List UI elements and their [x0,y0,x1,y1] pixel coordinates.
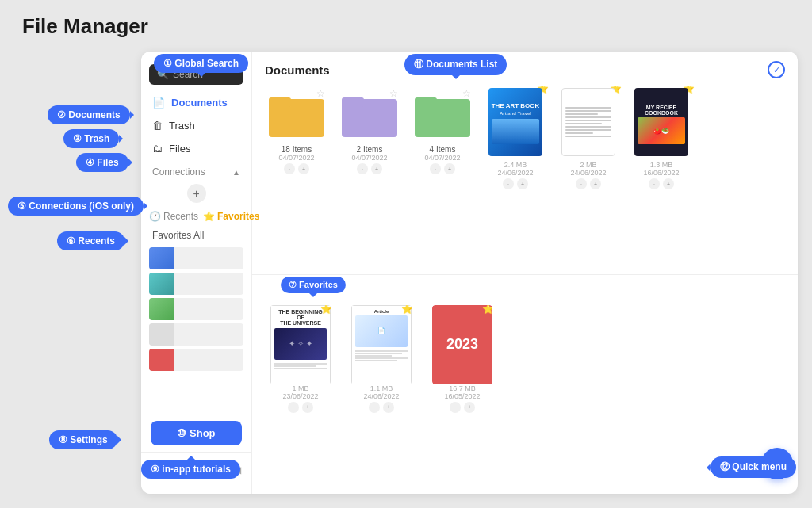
file-thumb-art-book: ⭐ THE ART BOOK Art and Travel [485,86,546,158]
file-action-plus-2[interactable]: + [371,163,382,174]
file-date-recipe: 16/06/2022 [643,169,679,177]
callout-connections: ⑤ Connections (iOS only) [8,197,144,216]
file-date-doc: 24/06/2022 [570,169,606,177]
fav-size-article: 1.1 MB [370,384,393,392]
folder-item-2[interactable]: ☆ 2 Items 04/07/2022 · + [338,86,401,189]
fav-item-2023[interactable]: ⭐ 2023 16.7 MB 16/05/2022 · + [427,305,498,413]
documents-check-button[interactable]: ✓ [768,61,785,78]
file-item-document[interactable]: ⭐ 2 MB 24/06/2022 [557,86,620,189]
file-action-plus-recipe[interactable]: + [663,178,674,189]
fav-item-universe[interactable]: ⭐ THE BEGINNING OFTHE UNIVERSE ✦ ✧ ✦ [265,305,336,413]
folder-thumb-3: ☆ [412,86,473,142]
folder-item-3[interactable]: ☆ 4 Items 04/07/2022 · + [411,86,474,189]
fav-actions-universe: · + [288,402,313,413]
callout-favorites-inline: ⑦ Favorites [281,277,346,293]
recent-thumb-3 [149,298,174,320]
red-2023-cover: 2023 [432,305,492,384]
book-art-cover: THE ART BOOK Art and Travel [488,88,542,156]
fav-thumb-article: ⭐ Article 📄 [351,305,412,384]
fav-meta-article: 1.1 MB 24/06/2022 [363,384,399,400]
callout-files: ④ Files [76,153,128,172]
file-actions-doc: · + [576,178,601,189]
file-name-3: 4 Items [412,145,473,154]
file-thumb-document: ⭐ [558,86,619,158]
fav-star-article: ⭐ [401,305,412,315]
universe-img: ✦ ✧ ✦ [274,328,327,360]
content-area: Documents ✓ ☆ 18 Items 04/07/2022 [252,52,798,494]
add-connection-button[interactable]: + [187,184,206,203]
file-action-dot-recipe[interactable]: · [649,178,660,189]
file-size-art: 2.4 MB [504,161,527,169]
fav-item-article[interactable]: ⭐ Article 📄 [346,305,417,413]
sidebar-item-files[interactable]: 🗂 Files [141,137,251,160]
star-empty-1: ☆ [316,88,325,99]
recent-item-5[interactable] [149,349,243,371]
file-actions-2: · + [357,163,382,174]
file-name-2: 2 Items [339,145,400,154]
sidebar-item-trash[interactable]: 🗑 Trash [141,114,251,137]
recent-thumb-1 [149,247,174,269]
page-title: File Manager [22,14,148,39]
file-meta-doc: 2 MB 24/06/2022 [570,161,606,177]
folder-item-1[interactable]: ☆ 18 Items 04/07/2022 · + [265,86,328,189]
file-actions-recipe: · + [649,178,674,189]
file-date-2: 04/07/2022 [351,154,387,162]
favorites-file-grid: ⭐ THE BEGINNING OFTHE UNIVERSE ✦ ✧ ✦ [265,305,785,413]
sidebar-item-documents[interactable]: 📄 Documents [141,91,251,114]
favorites-tab[interactable]: ⭐ Favorites [203,211,259,222]
file-meta-art: 2.4 MB 24/06/2022 [497,161,533,177]
file-action-dot-3[interactable]: · [430,163,441,174]
file-name-1: 18 Items [266,145,327,154]
recent-item-1[interactable] [149,247,243,269]
file-size-recipe: 1.3 MB [650,161,673,169]
file-action-dot-doc[interactable]: · [576,178,587,189]
file-item-art-book[interactable]: ⭐ THE ART BOOK Art and Travel 2.4 MB 24/… [484,86,547,189]
fav-date-universe: 23/06/2022 [282,392,318,400]
fav-action-dot-universe[interactable]: · [288,402,299,413]
shop-button[interactable]: ⑩ Shop [151,421,242,445]
trash-icon: 🗑 [152,120,163,132]
file-meta-3: 4 Items 04/07/2022 [412,145,473,162]
main-container: 🔍 Search 📄 Documents 🗑 Trash 🗂 Files Con… [141,52,798,494]
file-date-1: 04/07/2022 [278,154,314,162]
book-doc-cover [561,88,615,156]
recent-thumb-5 [149,349,174,371]
documents-section: Documents ✓ ☆ 18 Items 04/07/2022 [252,52,798,275]
recents-tab[interactable]: 🕐 Recents [149,211,198,222]
file-meta-recipe: 1.3 MB 16/06/2022 [643,161,679,177]
file-action-plus-doc[interactable]: + [590,178,601,189]
recent-item-3[interactable] [149,298,243,320]
file-action-plus-3[interactable]: + [444,163,455,174]
fav-thumb-universe: ⭐ THE BEGINNING OFTHE UNIVERSE ✦ ✧ ✦ [270,305,331,384]
fav-actions-2023: · + [450,402,475,413]
fav-action-dot-2023[interactable]: · [450,402,461,413]
documents-section-title: Documents [265,63,330,77]
fav-action-plus-universe[interactable]: + [302,402,313,413]
book-recipe-cover: MY RECIPE COOKBOOK 🍅🥗 [634,88,688,156]
recent-item-4[interactable] [149,323,243,346]
favorites-star-icon: ⭐ [203,211,215,222]
files-label: Files [169,143,190,155]
recent-item-2[interactable] [149,273,243,295]
fav-action-dot-article[interactable]: · [369,402,380,413]
file-action-dot-art[interactable]: · [503,178,514,189]
connections-label: Connections [152,166,205,178]
file-action-plus-1[interactable]: + [298,163,309,174]
article-cover: Article 📄 [351,305,412,384]
fav-action-plus-2023[interactable]: + [464,402,475,413]
file-action-dot-2[interactable]: · [357,163,368,174]
file-action-dot-1[interactable]: · [284,163,295,174]
fav-size-2023: 16.7 MB [449,384,476,392]
star-empty-3: ☆ [462,88,471,99]
fav-action-plus-article[interactable]: + [383,402,394,413]
file-meta-1: 18 Items 04/07/2022 [266,145,327,162]
file-item-recipe[interactable]: ⭐ MY RECIPE COOKBOOK 🍅🥗 1.3 MB 16/06/202… [630,86,693,189]
universe-stars: ✦ ✧ ✦ [289,339,312,348]
fav-meta-universe: 1 MB 23/06/2022 [282,384,318,400]
file-action-plus-art[interactable]: + [517,178,528,189]
callout-quick-menu: ⑫ Quick menu [710,456,796,478]
recent-thumb-2 [149,273,174,295]
file-date-3: 04/07/2022 [424,154,460,162]
files-icon: 🗂 [152,143,163,155]
file-actions-3: · + [430,163,455,174]
